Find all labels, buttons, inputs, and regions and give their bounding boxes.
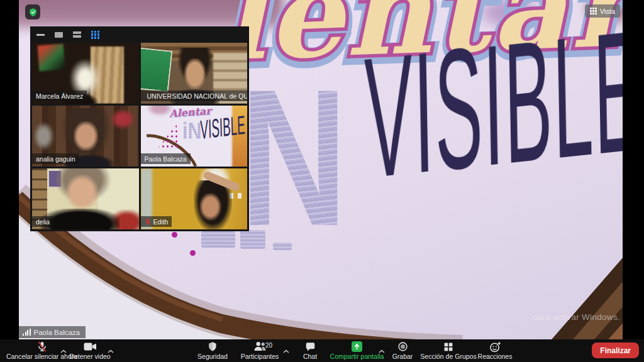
gallery-view-controls <box>30 26 249 43</box>
mic-muted-icon <box>145 218 151 225</box>
active-speaker-name: Paola Balcaza <box>34 329 80 336</box>
video-scene-detail <box>38 44 65 71</box>
video-scene-detail <box>66 175 98 210</box>
share-options-caret[interactable] <box>379 344 385 356</box>
participant-tile-universidad[interactable]: UNIVERSIDAD NACIONAL de QU... <box>141 43 248 104</box>
shared-screen-video: lentar lentar N VISIBLE para activar Win… <box>19 0 623 339</box>
video-scene-detail <box>111 109 134 129</box>
participant-name-tag: Marcela Álvarez <box>32 90 87 101</box>
security-button-label: Seguridad <box>197 353 228 360</box>
camera-icon <box>84 341 97 352</box>
share-screen-button-label: Compartir pantalla <box>330 353 384 360</box>
participants-button[interactable]: Participantes 20 <box>231 339 288 362</box>
shield-check-icon <box>28 8 38 17</box>
video-scene-detail <box>199 193 222 221</box>
breakout-rooms-button-label: Sección de Grupos <box>420 353 476 360</box>
share-screen-button[interactable]: Compartir pantalla <box>324 339 390 362</box>
record-button-label: Grabar <box>392 353 413 360</box>
participant-tile-edith[interactable]: Edith <box>141 168 248 229</box>
participant-tile-analia[interactable]: analia gaguin <box>32 106 139 167</box>
participant-name: analia gaguin <box>36 155 75 163</box>
embroidery-visible-word-mini: VISIBLE <box>200 112 245 144</box>
view-button[interactable]: Vista <box>585 4 620 18</box>
participants-options-caret[interactable] <box>283 344 289 356</box>
reactions-button[interactable]: Reacciones <box>473 339 517 362</box>
participant-name: Paola Balcaza <box>145 155 187 163</box>
audio-level-icon <box>23 329 31 336</box>
participant-count: 20 <box>265 342 272 349</box>
windows-activation-watermark: para activar Windows. <box>533 312 620 322</box>
chat-button-label: Chat <box>303 353 317 360</box>
gallery-panel: Marcela Álvarez <box>30 26 249 231</box>
breakout-rooms-icon <box>443 341 453 352</box>
stop-video-button[interactable]: Detener video <box>63 339 117 362</box>
reactions-icon <box>489 341 501 352</box>
participant-name-tag: Edith <box>141 216 172 227</box>
participant-name: Edith <box>153 218 169 226</box>
minimize-icon[interactable] <box>36 34 45 36</box>
gallery-view-icon[interactable] <box>91 31 99 39</box>
active-speaker-name-tag: Paola Balcaza <box>19 326 86 338</box>
share-screen-icon <box>352 341 362 352</box>
security-button[interactable]: Seguridad <box>194 339 231 362</box>
embroidery-knit-word-mini: iN <box>182 120 202 143</box>
participant-tile-marcela[interactable]: Marcela Álvarez <box>32 43 139 104</box>
participant-name-tag: delia <box>32 216 53 227</box>
participant-tile-delia[interactable]: delia <box>32 168 139 229</box>
participant-name: Marcela Álvarez <box>36 92 83 100</box>
meeting-toolbar: Cancelar silenciar ahora Detener video <box>0 339 644 362</box>
video-scene-detail <box>184 58 206 89</box>
participant-grid: Marcela Álvarez <box>30 43 249 231</box>
participant-name-tag: Paola Balcaza <box>141 153 191 164</box>
zoom-meeting-window: lentar lentar N VISIBLE para activar Win… <box>0 0 644 362</box>
speaker-view-icon[interactable] <box>55 32 63 38</box>
participant-name-tag: UNIVERSIDAD NACIONAL de QU... <box>141 90 248 101</box>
stop-video-button-label: Detener video <box>69 353 110 360</box>
grid-view-icon <box>590 8 597 14</box>
video-scene-detail <box>74 121 98 151</box>
video-options-caret[interactable] <box>108 344 114 356</box>
end-meeting-button[interactable]: Finalizar <box>592 343 639 358</box>
record-icon <box>397 341 408 352</box>
video-scene-detail <box>34 123 53 150</box>
participant-name: delia <box>36 218 50 226</box>
mic-muted-icon <box>36 341 48 352</box>
strip-view-icon[interactable] <box>73 31 81 38</box>
participant-name-tag: analia gaguin <box>32 153 79 164</box>
participant-name: UNIVERSIDAD NACIONAL de QU... <box>147 92 248 100</box>
participant-tile-paola[interactable]: Alentar iN VISIBLE Paola Balcaza <box>141 106 248 167</box>
video-scene-detail <box>141 48 172 90</box>
reactions-button-label: Reacciones <box>478 353 513 360</box>
security-shield-badge[interactable] <box>25 4 40 19</box>
participants-button-label: Participantes <box>241 353 279 360</box>
shield-icon <box>208 341 218 352</box>
chat-bubble-icon <box>305 341 316 352</box>
chat-button[interactable]: Chat <box>296 339 325 362</box>
view-button-label: Vista <box>600 8 615 15</box>
